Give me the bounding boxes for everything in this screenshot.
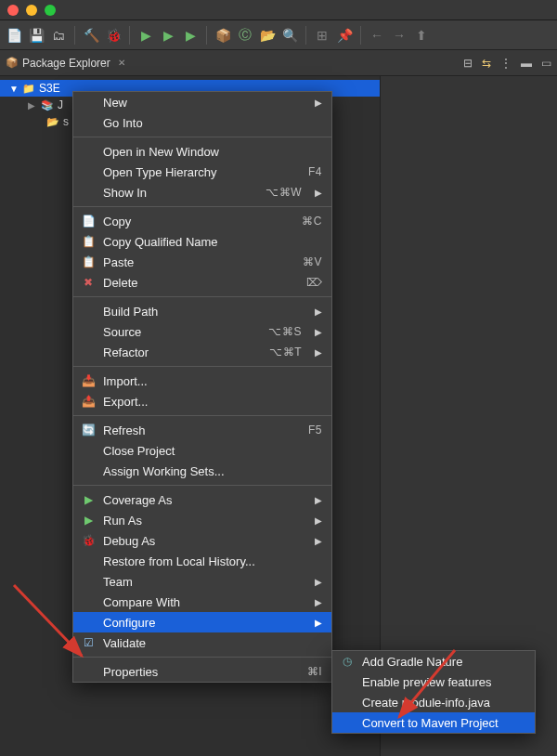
new-icon[interactable]: 📄 — [6, 27, 22, 44]
menu-compare-with[interactable]: Compare With▶ — [73, 592, 331, 612]
save-all-icon[interactable]: 🗂 — [50, 27, 67, 44]
project-icon: 📁 — [22, 83, 35, 95]
package-explorer-icon: 📦 — [6, 57, 19, 69]
collapse-all-icon[interactable]: ⊟ — [463, 57, 473, 70]
build-icon[interactable]: 🔨 — [83, 27, 99, 44]
menu-separator — [73, 296, 331, 297]
zoom-window-button[interactable] — [45, 5, 56, 16]
validate-icon: ☑ — [81, 636, 96, 649]
submenu-arrow-icon: ▶ — [315, 515, 322, 526]
menu-separator — [73, 366, 331, 367]
menu-delete[interactable]: ✖Delete⌦ — [73, 272, 331, 293]
expand-arrow-icon[interactable]: ▼ — [9, 84, 19, 94]
submenu-add-gradle-nature[interactable]: ◷Add Gradle Nature — [332, 651, 535, 671]
submenu-arrow-icon: ▶ — [315, 188, 322, 198]
menu-go-into[interactable]: Go Into — [73, 112, 331, 133]
traffic-lights — [7, 5, 56, 16]
window-titlebar — [0, 0, 557, 20]
submenu-convert-to-maven-project[interactable]: Convert to Maven Project — [332, 712, 535, 733]
menu-debug-as[interactable]: 🐞Debug As▶ — [73, 530, 331, 551]
refresh-icon: 🔄 — [81, 424, 96, 437]
expand-arrow-icon[interactable]: ▶ — [28, 100, 37, 111]
run-last-icon[interactable]: ▶ — [182, 27, 199, 44]
toolbar-separator — [206, 26, 207, 45]
menu-copy-qualified-name[interactable]: 📋Copy Qualified Name — [73, 231, 331, 252]
menu-coverage-as[interactable]: ▶Coverage As▶ — [73, 489, 331, 510]
menu-team[interactable]: Team▶ — [73, 571, 331, 592]
source-label: s — [63, 115, 69, 128]
main-toolbar: 📄 💾 🗂 🔨 🐞 ▶ ▶ ▶ 📦 Ⓒ 📂 🔍 ⊞ 📌 ← → ⬆ — [0, 20, 557, 50]
package-explorer-header: 📦 Package Explorer ✕ ⊟ ⇆ ⋮ ▬ ▭ — [0, 50, 557, 76]
menu-copy[interactable]: 📄Copy⌘C — [73, 211, 331, 231]
menu-run-as[interactable]: ▶Run As▶ — [73, 510, 331, 530]
run-icon[interactable]: ▶ — [137, 27, 154, 44]
toolbar-separator — [129, 26, 130, 45]
pane-title: Package Explorer — [22, 57, 110, 70]
close-pane-icon[interactable]: ✕ — [118, 58, 125, 68]
submenu-arrow-icon: ▶ — [315, 597, 322, 607]
menu-separator — [73, 206, 331, 207]
configure-submenu: ◷Add Gradle Nature Enable preview featur… — [331, 650, 536, 734]
menu-restore-local-history[interactable]: Restore from Local History... — [73, 551, 331, 571]
minimize-window-button[interactable] — [26, 5, 37, 16]
delete-icon: ✖ — [81, 276, 96, 289]
submenu-create-module-info[interactable]: Create module-info.java — [332, 692, 535, 712]
maximize-pane-icon[interactable]: ▭ — [541, 57, 551, 70]
toggle-icon[interactable]: ⊞ — [314, 27, 330, 44]
paste-icon: 📋 — [81, 255, 96, 268]
link-editor-icon[interactable]: ⇆ — [482, 57, 491, 70]
close-window-button[interactable] — [7, 5, 19, 16]
submenu-arrow-icon: ▶ — [315, 618, 322, 628]
open-type-icon[interactable]: 📂 — [259, 27, 276, 44]
pin-icon[interactable]: 📌 — [336, 27, 353, 44]
menu-build-path[interactable]: Build Path▶ — [73, 301, 331, 321]
new-package-icon[interactable]: 📦 — [214, 27, 231, 44]
debug-dropdown-icon[interactable]: 🐞 — [105, 27, 122, 44]
menu-separator — [73, 657, 331, 658]
toolbar-separator — [305, 26, 306, 45]
menu-configure[interactable]: Configure▶ — [73, 612, 331, 632]
menu-new[interactable]: New▶ — [73, 92, 331, 112]
coverage-icon: ▶ — [81, 493, 96, 506]
submenu-arrow-icon: ▶ — [315, 306, 322, 317]
coverage-icon[interactable]: ▶ — [160, 27, 176, 44]
menu-show-in[interactable]: Show In⌥⌘W▶ — [73, 182, 331, 202]
menu-separator — [73, 137, 331, 137]
menu-separator — [73, 485, 331, 486]
submenu-arrow-icon: ▶ — [315, 327, 322, 337]
submenu-arrow-icon: ▶ — [315, 98, 322, 108]
import-icon: 📥 — [81, 374, 96, 387]
forward-icon[interactable]: → — [391, 27, 408, 44]
submenu-arrow-icon: ▶ — [315, 495, 322, 505]
gradle-icon: ◷ — [340, 655, 355, 668]
source-folder-icon: 📂 — [46, 116, 59, 128]
view-menu-icon[interactable]: ⋮ — [500, 57, 512, 70]
minimize-pane-icon[interactable]: ▬ — [521, 57, 532, 70]
menu-source[interactable]: Source⌥⌘S▶ — [73, 321, 331, 342]
menu-refresh[interactable]: 🔄RefreshF5 — [73, 420, 331, 440]
menu-export[interactable]: 📤Export... — [73, 391, 331, 411]
menu-properties[interactable]: Properties⌘I — [73, 661, 331, 682]
menu-open-new-window[interactable]: Open in New Window — [73, 141, 331, 162]
menu-import[interactable]: 📥Import... — [73, 371, 331, 391]
menu-validate[interactable]: ☑Validate — [73, 632, 331, 653]
library-label: J — [58, 98, 63, 111]
submenu-enable-preview-features[interactable]: Enable preview features — [332, 671, 535, 692]
new-class-icon[interactable]: Ⓒ — [237, 27, 253, 44]
submenu-arrow-icon: ▶ — [315, 536, 322, 546]
submenu-arrow-icon: ▶ — [315, 577, 322, 587]
save-icon[interactable]: 💾 — [28, 27, 45, 44]
export-icon: 📤 — [81, 395, 96, 408]
menu-paste[interactable]: 📋Paste⌘V — [73, 252, 331, 272]
menu-assign-working-sets[interactable]: Assign Working Sets... — [73, 461, 331, 481]
project-label: S3E — [39, 82, 60, 95]
library-icon: 📚 — [41, 99, 54, 111]
menu-open-type-hierarchy[interactable]: Open Type HierarchyF4 — [73, 162, 331, 182]
menu-close-project[interactable]: Close Project — [73, 440, 331, 461]
copy-icon: 📄 — [81, 215, 96, 228]
menu-refactor[interactable]: Refactor⌥⌘T▶ — [73, 342, 331, 362]
up-icon[interactable]: ⬆ — [413, 27, 430, 44]
search-icon[interactable]: 🔍 — [281, 27, 298, 44]
debug-icon: 🐞 — [81, 534, 96, 547]
back-icon[interactable]: ← — [369, 27, 385, 44]
